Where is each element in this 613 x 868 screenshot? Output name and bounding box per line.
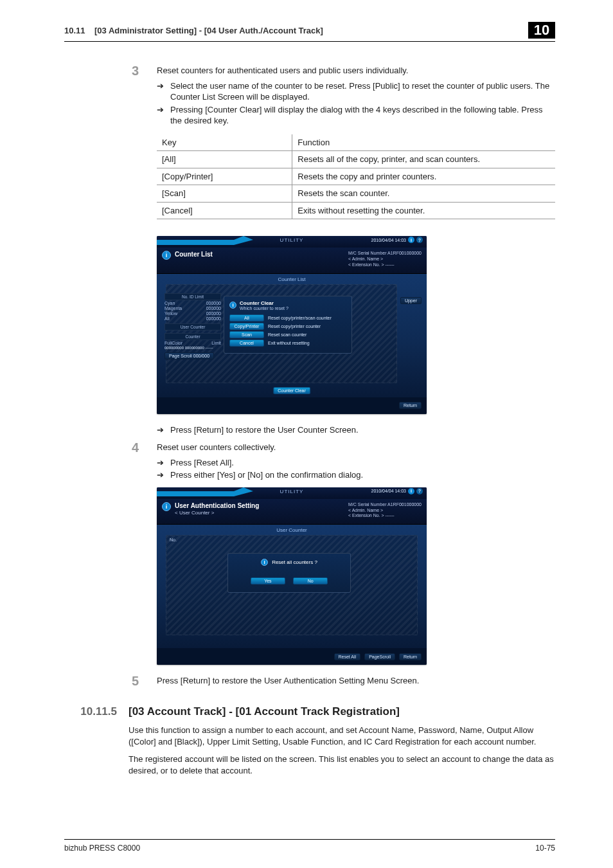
reset-all-button[interactable]: Reset All: [334, 653, 361, 660]
svg-marker-1: [157, 487, 253, 496]
screen-mode-title: UTILITY: [280, 237, 304, 243]
ext-no: < Extension No. > ------: [348, 262, 422, 268]
color-count: 000000: [206, 301, 221, 305]
table-cell: [Scan]: [157, 185, 292, 203]
info-icon: i: [162, 251, 171, 260]
upper-button[interactable]: Upper: [400, 297, 422, 304]
machine-id-block: M/C Serial Number A1RF001000000 < Admin.…: [348, 251, 422, 267]
admin-name: < Admin. Name >: [348, 257, 422, 262]
table-row: [Scan]Resets the scan counter.: [157, 185, 555, 203]
counter-summary-block: No. ID Limit Cyan000000 Magenta000000 Ye…: [164, 291, 221, 359]
arrow-icon: ➔: [157, 457, 164, 469]
progress-ribbon-icon: [157, 487, 253, 499]
dialog-title: Counter Clear: [240, 300, 289, 306]
step-bullet: Press [Reset All].: [170, 457, 555, 469]
arrow-icon: ➔: [157, 469, 164, 481]
info-icon: i: [229, 302, 236, 309]
copy-printer-button[interactable]: Copy/Printer: [229, 323, 264, 330]
scan-button[interactable]: Scan: [229, 331, 264, 338]
counter-clear-button[interactable]: Counter Clear: [273, 387, 310, 394]
help-status-icon[interactable]: ?: [416, 488, 423, 494]
table-cell: [Copy/Printer]: [157, 168, 292, 185]
page-scroll-button[interactable]: PageScroll: [364, 653, 395, 660]
paragraph: Use this function to assign a number to …: [129, 725, 555, 747]
admin-name: < Admin. Name >: [348, 508, 422, 514]
screen-subtitle: < User Counter >: [175, 510, 259, 516]
counter-clear-dialog: i Counter Clear Which counter to reset ?…: [224, 296, 352, 354]
list-header: No. ID Limit: [164, 293, 221, 300]
option-label: Reset copy/printer/scan counter: [268, 316, 332, 320]
cancel-button[interactable]: Cancel: [229, 339, 264, 347]
step-number: 4: [129, 440, 139, 482]
limit-label: Limit: [211, 341, 221, 345]
step-text: Reset user counters collectively.: [157, 442, 555, 453]
progress-ribbon-icon: [157, 236, 253, 248]
all-button[interactable]: All: [229, 314, 264, 321]
color-name: All: [164, 316, 170, 321]
yes-button[interactable]: Yes: [251, 577, 285, 584]
table-header-key: Key: [157, 134, 292, 151]
step-text: Press [Return] to restore the User Authe…: [157, 675, 555, 689]
serial-label: M/C Serial Number: [348, 251, 387, 255]
step-text: Reset counters for authenticated users a…: [157, 65, 555, 77]
reset-all-dialog: i Reset all counters ? Yes No: [227, 553, 351, 593]
info-status-icon[interactable]: i: [408, 237, 414, 243]
info-status-icon[interactable]: i: [408, 488, 414, 494]
machine-id-block: M/C Serial Number A1RF001000000 < Admin.…: [348, 502, 422, 519]
ext-no: < Extension No. > ------: [348, 513, 422, 519]
chapter-badge: 10: [528, 22, 555, 39]
screen-mode-title: UTILITY: [280, 489, 304, 494]
svg-marker-0: [157, 236, 253, 245]
serial-value: A1RF001000000: [387, 502, 422, 507]
option-label: Reset copy/printer counter: [268, 324, 321, 329]
table-row: [Cancel]Exits without resetting the coun…: [157, 202, 555, 219]
step-number: 5: [129, 674, 139, 689]
color-count: 000000: [206, 311, 221, 316]
color-count: 000000: [206, 306, 221, 311]
footer-page: 10-75: [535, 844, 555, 853]
running-head-title: 10.11 [03 Administrator Setting] - [04 U…: [64, 26, 323, 35]
section-title: [03 Account Track] - [01 Account Track R…: [129, 705, 400, 718]
step-number: 3: [129, 64, 139, 231]
table-cell: Resets the scan counter.: [292, 185, 555, 203]
table-cell: Resets the copy and printer counters.: [292, 168, 555, 185]
no-button[interactable]: No: [293, 577, 328, 584]
color-name: Cyan: [164, 301, 175, 305]
arrow-icon: ➔: [157, 80, 164, 103]
table-row: [All]Resets all of the copy, printer, an…: [157, 151, 555, 168]
no-column-label: No.: [170, 538, 177, 542]
key-function-table: Key Function [All]Resets all of the copy…: [157, 134, 555, 220]
screen-title: User Authentication Setting: [175, 502, 259, 509]
help-status-icon[interactable]: ?: [416, 237, 423, 243]
screen-title: Counter List: [175, 251, 213, 258]
return-button[interactable]: Return: [399, 653, 422, 660]
table-row: [Copy/Printer]Resets the copy and printe…: [157, 168, 555, 185]
running-head-num: 10.11: [64, 26, 85, 35]
section-number: 10.11.5: [62, 705, 117, 718]
table-cell: Exits without resetting the counter.: [292, 202, 555, 219]
option-label: Exit without resetting: [268, 341, 310, 345]
running-head-text: [03 Administrator Setting] - [04 User Au…: [94, 26, 323, 35]
screen-datetime: 2010/04/04 14:03: [371, 238, 407, 242]
serial-value: A1RF001000000: [387, 251, 422, 255]
table-cell: [Cancel]: [157, 202, 292, 219]
embedded-screenshot-counter-clear: UTILITY 2010/04/04 14:03 i ? i Counter L…: [157, 236, 427, 413]
arrow-icon: ➔: [157, 424, 164, 436]
color-name: Magenta: [164, 306, 182, 311]
arrow-icon: ➔: [157, 104, 164, 127]
color-count: 000000: [206, 316, 221, 321]
counter-label: Counter: [164, 333, 221, 340]
step-bullet: Press [Return] to restore the User Count…: [170, 424, 555, 436]
color-name: Yellow: [164, 311, 177, 316]
serial-label: M/C Serial Number: [348, 502, 387, 507]
screen-datetime: 2010/04/04 14:03: [371, 489, 407, 493]
user-counter-cap: User Counter: [164, 323, 221, 330]
step-bullet: Press either [Yes] or [No] on the confir…: [170, 469, 555, 481]
panel-title: User Counter: [276, 527, 307, 533]
footer-product: bizhub PRESS C8000: [64, 844, 140, 853]
return-button[interactable]: Return: [399, 402, 422, 409]
step-bullet: Select the user name of the counter to b…: [170, 80, 555, 103]
dialog-question: Reset all counters ?: [272, 559, 317, 565]
embedded-screenshot-reset-all: UTILITY 2010/04/04 14:03 i ? i User Auth…: [157, 487, 427, 665]
step-spacer: [129, 423, 139, 437]
